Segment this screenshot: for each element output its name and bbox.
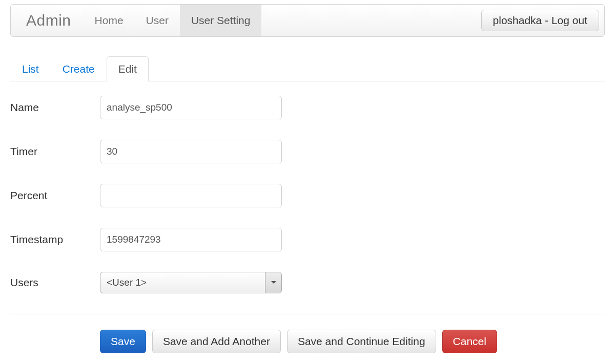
name-input[interactable] xyxy=(100,96,282,119)
edit-form: Name Timer Percent Timestamp Users <User… xyxy=(10,96,605,293)
users-label: Users xyxy=(10,276,100,289)
top-navbar: Admin Home User User Setting ploshadka -… xyxy=(10,4,605,37)
tabs: List Create Edit xyxy=(10,56,605,81)
brand[interactable]: Admin xyxy=(16,12,84,29)
users-select[interactable]: <User 1> xyxy=(100,272,282,293)
chevron-down-icon xyxy=(265,272,281,293)
tab-create[interactable]: Create xyxy=(51,56,107,81)
timestamp-label: Timestamp xyxy=(10,233,100,246)
tab-edit[interactable]: Edit xyxy=(107,56,149,81)
users-selected-value: <User 1> xyxy=(100,272,265,293)
nav-item-home[interactable]: Home xyxy=(84,5,135,36)
save-continue-button[interactable]: Save and Continue Editing xyxy=(287,330,436,353)
nav-item-user[interactable]: User xyxy=(135,5,180,36)
timer-input[interactable] xyxy=(100,140,282,163)
logout-button[interactable]: ploshadka - Log out xyxy=(481,10,599,31)
save-button[interactable]: Save xyxy=(100,330,146,353)
percent-label: Percent xyxy=(10,189,100,202)
percent-input[interactable] xyxy=(100,184,282,207)
timer-label: Timer xyxy=(10,145,100,158)
tab-list[interactable]: List xyxy=(10,56,51,81)
name-label: Name xyxy=(10,101,100,114)
divider xyxy=(10,314,605,314)
nav-item-user-setting[interactable]: User Setting xyxy=(180,5,262,36)
save-add-another-button[interactable]: Save and Add Another xyxy=(152,330,281,353)
form-actions: Save Save and Add Another Save and Conti… xyxy=(10,330,605,353)
cancel-button[interactable]: Cancel xyxy=(442,330,497,353)
timestamp-input[interactable] xyxy=(100,228,282,251)
